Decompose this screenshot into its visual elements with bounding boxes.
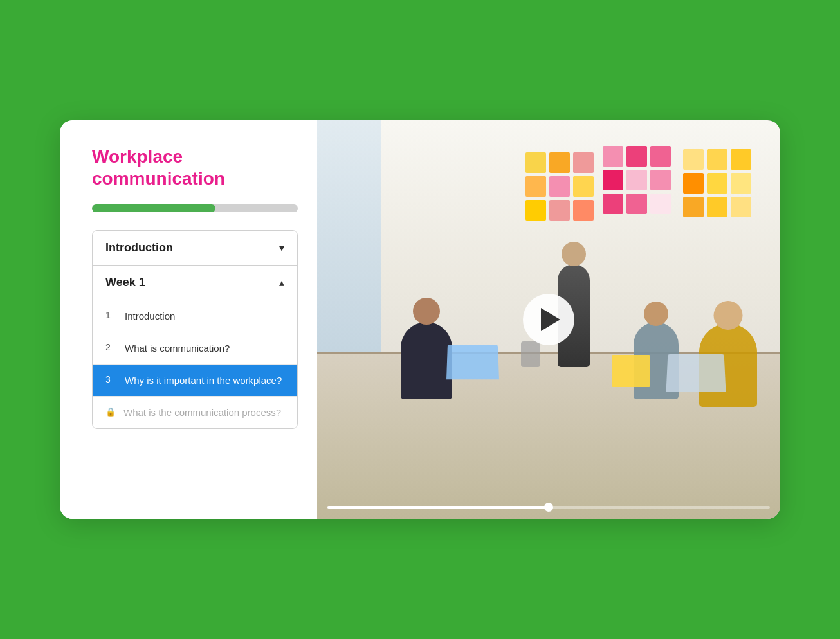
sticky-note [707,197,727,217]
menu-item-4: 🔒 What is the communication process? [93,397,297,428]
sticky-note [603,146,623,166]
sticky-group-2 [603,146,671,214]
sticky-note [626,170,647,190]
section-header-week1[interactable]: Week 1 ▴ [93,266,297,300]
sticky-note [650,146,671,166]
sticky-note [683,149,704,170]
sticky-note [573,200,594,221]
seek-bar-fill [327,506,549,509]
sticky-note [683,173,704,194]
section-header-introduction[interactable]: Introduction ▾ [93,231,297,266]
play-button[interactable] [523,294,574,345]
sticky-note [549,176,570,197]
week1-items: 1 Introduction 2 What is communication? … [93,300,297,428]
sticky-note [731,197,751,217]
progress-bar-fill [92,204,215,212]
sticky-note [573,176,594,197]
play-triangle-icon [541,308,560,331]
menu-item-2[interactable]: 2 What is communication? [93,332,297,364]
sticky-note [731,173,751,194]
table-item [612,355,650,387]
progress-bar-container [92,204,298,212]
sticky-note [525,200,546,221]
item-number-3: 3 [105,374,117,384]
sticky-note [549,200,570,221]
chevron-up-icon: ▴ [279,276,284,289]
sticky-group-1 [525,152,594,221]
item-number-2: 2 [105,341,117,352]
video-scene [317,120,780,519]
window [317,120,381,379]
laptop-left [446,345,499,379]
sticky-note [707,173,727,194]
item-text-2: What is communication? [125,341,230,355]
sticky-note [626,146,647,166]
left-panel: Workplace communication Introduction ▾ W… [60,120,317,519]
person-head [644,302,668,326]
sticky-note [603,194,623,214]
person-left [401,322,452,399]
sticky-note [573,152,594,173]
chevron-down-icon: ▾ [279,242,284,254]
item-text-4: What is the communication process? [123,406,281,419]
sticky-note [683,197,704,217]
video-panel[interactable] [317,120,780,519]
section-title-week1: Week 1 [105,276,145,289]
item-number-1: 1 [105,309,117,320]
sticky-note [525,176,546,197]
sticky-note [650,170,671,190]
section-title-introduction: Introduction [105,241,173,255]
course-title: Workplace communication [92,146,298,189]
sticky-note [731,149,751,170]
person-head [562,242,586,266]
sticky-note [549,152,570,173]
menu-item-1[interactable]: 1 Introduction [93,300,297,332]
sticky-note [603,170,623,190]
main-card: Workplace communication Introduction ▾ W… [60,120,780,519]
seek-bar[interactable] [327,506,770,509]
sticky-note [650,194,671,214]
menu-item-3[interactable]: 3 Why is it important in the workplace? [93,364,297,397]
cup [521,341,540,367]
item-text-3: Why is it important in the workplace? [125,374,282,387]
sticky-note [707,149,727,170]
sticky-group-3 [683,149,751,217]
laptop-right [666,354,726,392]
seek-handle[interactable] [544,503,553,512]
person-head [714,301,743,330]
item-text-1: Introduction [125,309,175,323]
course-menu: Introduction ▾ Week 1 ▴ 1 Introduction 2… [92,230,298,429]
sticky-note [525,152,546,173]
lock-icon: 🔒 [105,406,116,417]
sticky-note [626,194,647,214]
person-head [413,298,440,325]
